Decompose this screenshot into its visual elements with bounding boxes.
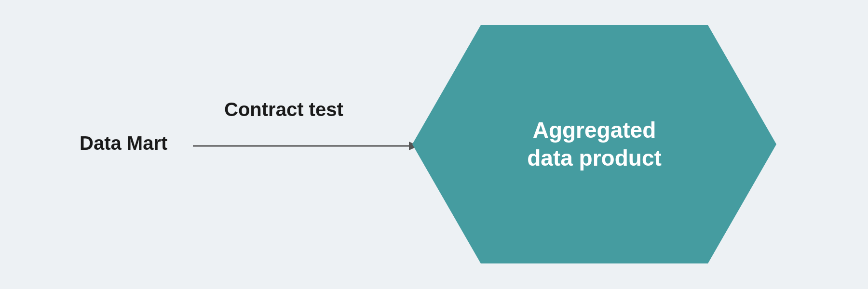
target-node-label: Aggregated data product xyxy=(412,25,776,263)
target-label-line1: Aggregated xyxy=(533,117,656,144)
diagram-container: Data Mart Contract test Aggregated data … xyxy=(0,0,868,289)
arrow-label: Contract test xyxy=(224,99,343,120)
arrow-icon xyxy=(193,139,420,153)
target-label-line2: data product xyxy=(527,144,662,172)
source-node-label: Data Mart xyxy=(80,132,167,154)
